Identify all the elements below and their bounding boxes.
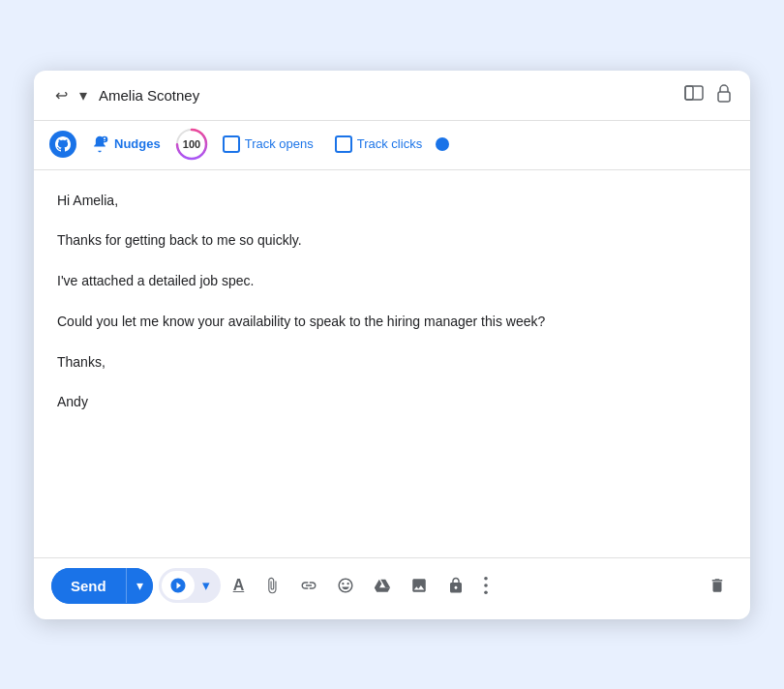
format-dropdown-icon: ▾ (202, 577, 210, 594)
format-button-group: ▾ (159, 568, 221, 603)
track-clicks-icon (335, 135, 352, 153)
header-left: ↩ ▾ Amelia Scotney (51, 82, 199, 108)
track-clicks-label: Track clicks (357, 136, 422, 151)
app-icon[interactable] (49, 131, 76, 158)
send-dropdown-button[interactable]: ▾ (126, 568, 153, 603)
track-opens-label: Track opens (245, 136, 314, 151)
send-dropdown-icon: ▾ (136, 578, 143, 593)
image-icon (410, 577, 428, 594)
link-icon (300, 577, 317, 594)
more-options-button[interactable] (477, 571, 495, 600)
back-icon: ↩ (55, 86, 68, 105)
track-clicks-button[interactable]: Track clicks (327, 132, 430, 157)
confidential-button[interactable]: ! (440, 571, 471, 600)
window-icon[interactable] (684, 85, 704, 105)
svg-rect-1 (685, 86, 693, 100)
delete-button[interactable] (702, 571, 733, 600)
format-active-button[interactable] (162, 571, 195, 600)
header-right (684, 83, 733, 107)
recipient-name: Amelia Scotney (99, 87, 199, 104)
lock-icon[interactable] (715, 83, 733, 107)
score-circle-svg: 100 (174, 127, 209, 162)
svg-text:!: ! (457, 588, 458, 593)
confidential-icon: ! (447, 577, 465, 594)
nudges-label: Nudges (114, 136, 161, 151)
body-line1: Thanks for getting back to me so quickly… (57, 229, 727, 253)
paperclip-icon (263, 577, 281, 594)
attachment-button[interactable] (256, 571, 287, 600)
send-button-group: Send ▾ (51, 568, 153, 604)
trash-icon (709, 577, 726, 594)
svg-rect-2 (718, 92, 730, 102)
format-dropdown-button[interactable]: ▾ (195, 571, 218, 600)
compose-footer: Send ▾ ▾ A (34, 557, 750, 619)
link-button[interactable] (293, 571, 324, 600)
svg-rect-0 (685, 86, 703, 100)
emoji-icon (337, 577, 354, 594)
svg-point-7 (484, 577, 488, 581)
signature: Andy (57, 391, 727, 414)
dot-indicator[interactable] (436, 137, 449, 151)
drive-icon (374, 577, 391, 594)
send-button[interactable]: Send (51, 568, 126, 604)
svg-point-9 (484, 590, 488, 594)
more-icon (484, 577, 488, 594)
compose-header: ↩ ▾ Amelia Scotney (34, 71, 750, 121)
body-line2: I've attached a detailed job spec. (57, 270, 727, 293)
image-button[interactable] (404, 571, 435, 600)
chevron-down-icon: ▾ (79, 86, 87, 105)
drive-button[interactable] (367, 571, 398, 600)
compose-toolbar: Nudges 100 Track opens (34, 121, 750, 170)
format-active-icon (169, 577, 187, 594)
track-opens-icon (223, 135, 240, 153)
svg-point-8 (484, 584, 488, 587)
header-dropdown-button[interactable]: ▾ (75, 82, 91, 108)
nudges-button[interactable]: Nudges (82, 130, 168, 159)
email-body: Hi Amelia, Thanks for getting back to me… (34, 170, 750, 557)
greeting: Hi Amelia, (57, 190, 727, 213)
score-value: 100 (182, 138, 199, 150)
emoji-button[interactable] (330, 571, 361, 600)
score-badge[interactable]: 100 (174, 127, 209, 162)
body-line3: Could you let me know your availability … (57, 311, 727, 334)
nudges-icon (90, 135, 109, 154)
back-button[interactable]: ↩ (51, 82, 72, 108)
sign-off: Thanks, (57, 351, 727, 374)
underline-a-icon: A (233, 577, 245, 594)
text-format-button[interactable]: A (226, 571, 252, 600)
compose-window: ↩ ▾ Amelia Scotney (34, 71, 750, 619)
track-opens-button[interactable]: Track opens (215, 132, 321, 157)
